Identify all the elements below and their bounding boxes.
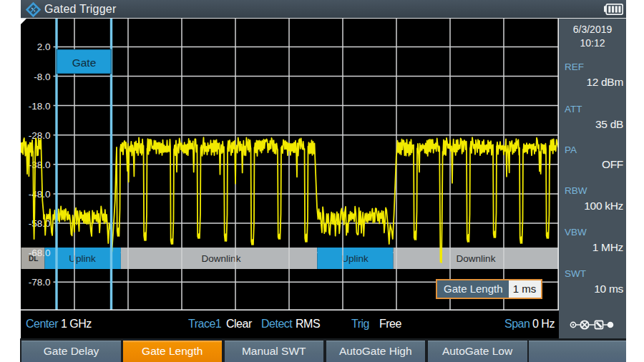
- svg-text:-18.0: -18.0: [29, 101, 51, 112]
- svg-text:-48.0: -48.0: [29, 189, 51, 200]
- svg-text:2.0: 2.0: [37, 41, 51, 52]
- svg-text:-78.0: -78.0: [29, 277, 51, 288]
- svg-text:-58.0: -58.0: [29, 218, 51, 229]
- svg-text:-8.0: -8.0: [34, 72, 50, 82]
- svg-text:Downlink: Downlink: [457, 253, 496, 264]
- svg-text:Gate: Gate: [72, 57, 97, 69]
- svg-text:-28.0: -28.0: [29, 130, 51, 141]
- svg-text:Uplink: Uplink: [341, 253, 369, 264]
- svg-text:Uplink: Uplink: [69, 253, 96, 264]
- svg-text:-38.0: -38.0: [29, 160, 51, 170]
- svg-text:-68.0: -68.0: [29, 248, 51, 258]
